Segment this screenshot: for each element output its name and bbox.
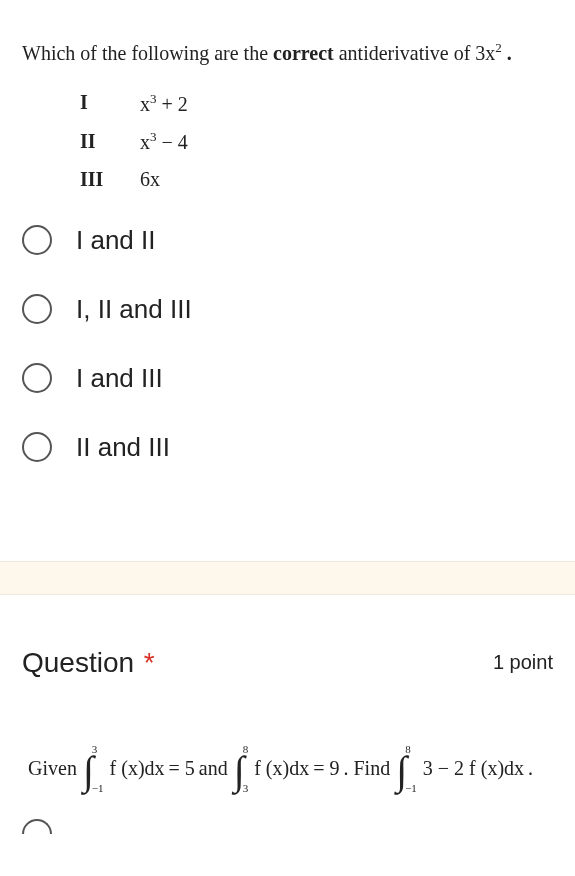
question-2-block: Question * 1 point Given ∫ 3 −1 f (x)dx …	[0, 595, 575, 819]
radio-circle-icon	[22, 294, 52, 324]
q1-stem-expr-exp: 2	[495, 40, 502, 55]
radio-label-a: I and II	[76, 225, 156, 256]
q2-stem: Given ∫ 3 −1 f (x)dx = 5 and ∫ 8 3 f (x)…	[22, 749, 553, 789]
radio-circle-icon	[22, 225, 52, 255]
q1-stem-expr-base: 3x	[475, 42, 495, 64]
int2-eq: = 9	[313, 757, 339, 780]
integral-2: ∫ 8 3	[234, 749, 248, 789]
int3-eq: .	[528, 757, 533, 780]
option-I-expr: x3 + 2	[140, 91, 188, 116]
radio-circle-icon	[22, 819, 52, 834]
option-I-num: I	[80, 91, 140, 114]
option-III-row: III 6x	[80, 168, 553, 191]
q1-stem: Which of the following are the correct a…	[22, 40, 553, 65]
radio-partial-cutoff	[0, 819, 575, 844]
option-II-num: II	[80, 130, 140, 153]
radio-option-c[interactable]: I and III	[22, 363, 553, 394]
q2-header: Question * 1 point	[22, 647, 553, 679]
q1-stem-post: antiderivative of	[334, 42, 476, 64]
period-dot: .	[507, 42, 512, 64]
int2-body: f (x)dx	[254, 757, 309, 780]
q2-given: Given	[28, 757, 77, 780]
q2-and: and	[199, 757, 228, 780]
option-II-expr: x3 − 4	[140, 129, 188, 154]
required-marker: *	[144, 647, 155, 678]
integral-1: ∫ 3 −1	[83, 749, 104, 789]
int1-eq: = 5	[169, 757, 195, 780]
question-1-block: Which of the following are the correct a…	[0, 0, 575, 561]
section-divider	[0, 561, 575, 595]
option-II-row: II x3 − 4	[80, 129, 553, 154]
radio-option-a[interactable]: I and II	[22, 225, 553, 256]
radio-option-d[interactable]: II and III	[22, 432, 553, 463]
option-III-num: III	[80, 168, 140, 191]
q2-find: . Find	[343, 757, 390, 780]
radio-label-d: II and III	[76, 432, 170, 463]
q1-stem-bold: correct	[273, 42, 334, 64]
q1-radio-list: I and II I, II and III I and III II and …	[22, 225, 553, 463]
radio-label-b: I, II and III	[76, 294, 192, 325]
q1-option-table: I x3 + 2 II x3 − 4 III 6x	[80, 91, 553, 191]
radio-circle-icon	[22, 363, 52, 393]
q2-title: Question *	[22, 647, 155, 679]
radio-label-c: I and III	[76, 363, 163, 394]
q1-stem-pre: Which of the following are the	[22, 42, 273, 64]
radio-circle-icon	[22, 432, 52, 462]
int3-body: 3 − 2 f (x)dx	[423, 757, 524, 780]
radio-option-b[interactable]: I, II and III	[22, 294, 553, 325]
option-I-row: I x3 + 2	[80, 91, 553, 116]
q2-points: 1 point	[493, 651, 553, 674]
int1-body: f (x)dx	[110, 757, 165, 780]
option-III-expr: 6x	[140, 168, 160, 191]
integral-3: ∫ 8 −1	[396, 749, 417, 789]
